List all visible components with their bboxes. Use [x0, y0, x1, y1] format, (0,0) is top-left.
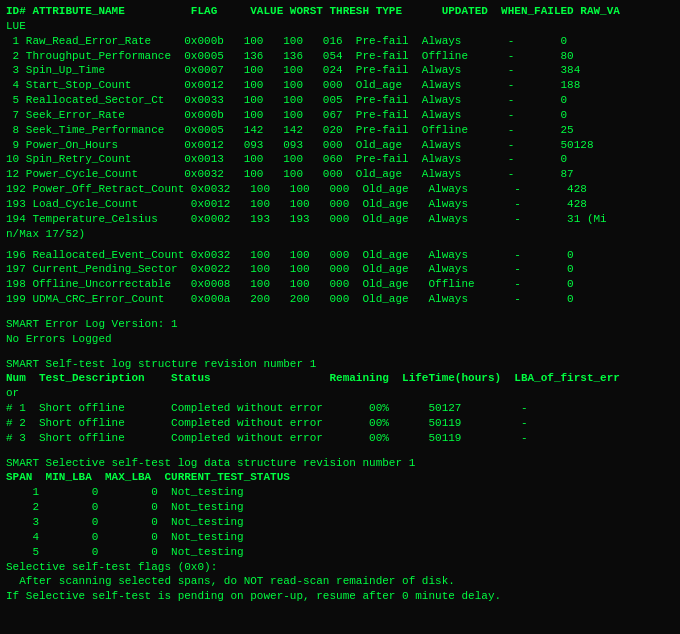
selftest-table: # 1 Short offline Completed without erro… — [6, 401, 674, 446]
selective-row: 2 0 0 Not_testing — [6, 500, 674, 515]
selftest-header: Num Test_Description Status Remaining Li… — [6, 371, 674, 386]
error-log-content: No Errors Logged — [6, 332, 674, 347]
table-row: 197 Current_Pending_Sector 0x0022 100 10… — [6, 262, 674, 277]
table-row: 8 Seek_Time_Performance 0x0005 142 142 0… — [6, 123, 674, 138]
table-row: 7 Seek_Error_Rate 0x000b 100 100 067 Pre… — [6, 108, 674, 123]
table-row: 4 Start_Stop_Count 0x0012 100 100 000 Ol… — [6, 78, 674, 93]
table-row: 192 Power_Off_Retract_Count 0x0032 100 1… — [6, 182, 674, 197]
selftest-row: # 2 Short offline Completed without erro… — [6, 416, 674, 431]
table-row: 10 Spin_Retry_Count 0x0013 100 100 060 P… — [6, 152, 674, 167]
smart-attributes-table-2: 196 Reallocated_Event_Count 0x0032 100 1… — [6, 248, 674, 307]
spacer3 — [6, 347, 674, 353]
table-row: 198 Offline_Uncorrectable 0x0008 100 100… — [6, 277, 674, 292]
selective-note1: After scanning selected spans, do NOT re… — [6, 574, 674, 589]
table-row: 2 Throughput_Performance 0x0005 136 136 … — [6, 49, 674, 64]
selftest-row: # 3 Short offline Completed without erro… — [6, 431, 674, 446]
selective-header: SPAN MIN_LBA MAX_LBA CURRENT_TEST_STATUS — [6, 470, 674, 485]
selective-row: 3 0 0 Not_testing — [6, 515, 674, 530]
table-row: 9 Power_On_Hours 0x0012 093 093 000 Old_… — [6, 138, 674, 153]
header-suffix: LUE — [6, 19, 674, 34]
selective-flags: Selective self-test flags (0x0): — [6, 560, 674, 575]
table-row: 12 Power_Cycle_Count 0x0032 100 100 000 … — [6, 167, 674, 182]
terminal-window: ID# ATTRIBUTE_NAME FLAG VALUE WORST THRE… — [6, 4, 674, 604]
table-row: 193 Load_Cycle_Count 0x0012 100 100 000 … — [6, 197, 674, 212]
table-row: 1 Raw_Read_Error_Rate 0x000b 100 100 016… — [6, 34, 674, 49]
spacer4 — [6, 446, 674, 452]
selftest-row: # 1 Short offline Completed without erro… — [6, 401, 674, 416]
table-row: 5 Reallocated_Sector_Ct 0x0033 100 100 0… — [6, 93, 674, 108]
spacer2 — [6, 307, 674, 313]
table-header: ID# ATTRIBUTE_NAME FLAG VALUE WORST THRE… — [6, 4, 674, 19]
selective-table: 1 0 0 Not_testing 2 0 0 Not_testing 3 0 … — [6, 485, 674, 559]
selective-row: 5 0 0 Not_testing — [6, 545, 674, 560]
selective-row: 4 0 0 Not_testing — [6, 530, 674, 545]
selftest-title: SMART Self-test log structure revision n… — [6, 357, 674, 372]
table-row: 194 Temperature_Celsius 0x0002 193 193 0… — [6, 212, 674, 227]
table-row: 199 UDMA_CRC_Error_Count 0x000a 200 200 … — [6, 292, 674, 307]
selftest-or: or — [6, 386, 674, 401]
table-row: n/Max 17/52) — [6, 227, 674, 242]
selective-title: SMART Selective self-test log data struc… — [6, 456, 674, 471]
smart-attributes-table: 1 Raw_Read_Error_Rate 0x000b 100 100 016… — [6, 34, 674, 242]
table-row: 196 Reallocated_Event_Count 0x0032 100 1… — [6, 248, 674, 263]
selective-note2: If Selective self-test is pending on pow… — [6, 589, 674, 604]
selective-row: 1 0 0 Not_testing — [6, 485, 674, 500]
table-row: 3 Spin_Up_Time 0x0007 100 100 024 Pre-fa… — [6, 63, 674, 78]
error-log-title: SMART Error Log Version: 1 — [6, 317, 674, 332]
